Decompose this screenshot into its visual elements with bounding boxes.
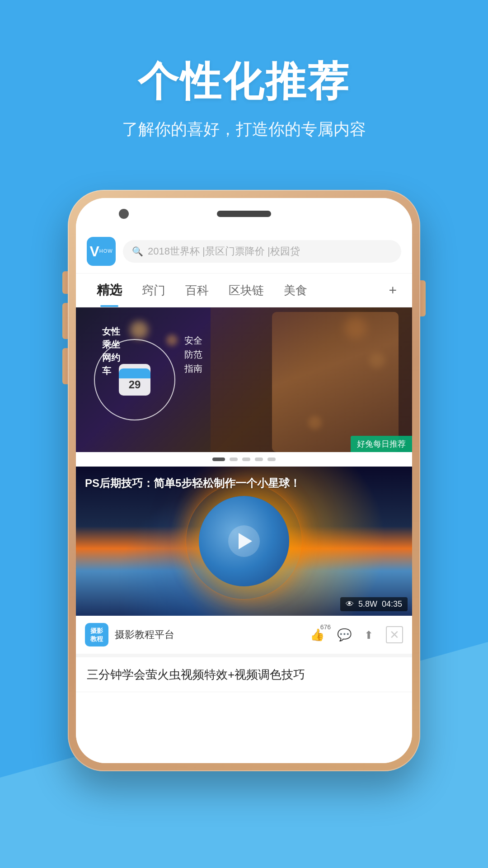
search-bar[interactable]: 🔍 2018世界杯 |景区门票降价 |校园贷	[123, 240, 401, 263]
calendar-day: 29	[129, 378, 141, 392]
dot-1[interactable]	[212, 458, 225, 461]
app-screen: V HOW 🔍 2018世界杯 |景区门票降价 |校园贷 精选 窍门	[76, 230, 412, 750]
banner-dots	[76, 452, 412, 467]
front-camera	[119, 209, 129, 219]
share-icon: ⬆	[364, 629, 373, 641]
play-icon	[239, 533, 252, 549]
view-count: 5.8W	[358, 599, 377, 609]
video-card[interactable]: PS后期技巧：简单5步轻松制作一个小星球！ 👁 5.8W 04:35 摄影 教程	[76, 467, 412, 657]
tab-baike[interactable]: 百科	[175, 274, 219, 307]
comment-button[interactable]: 💬	[337, 628, 352, 642]
tab-jingxuan[interactable]: 精选	[87, 274, 132, 307]
video-stats: 👁 5.8W 04:35	[340, 597, 408, 611]
phone-mockup: V HOW 🔍 2018世界杯 |景区门票降价 |校园贷 精选 窍门	[68, 190, 420, 771]
app-logo[interactable]: V HOW	[87, 237, 116, 266]
banner-side-1: 安全	[184, 335, 202, 347]
tab-meishi[interactable]: 美食	[274, 274, 317, 307]
card-footer: 摄影 教程 摄影教程平台 👍 676 💬	[76, 616, 412, 657]
like-button[interactable]: 👍 676	[310, 628, 324, 642]
dot-2[interactable]	[230, 458, 238, 461]
phone-notch	[76, 198, 412, 230]
nav-tabs: 精选 窍门 百科 区块链 美食 +	[76, 274, 412, 307]
bokeh-light-1	[130, 321, 148, 339]
banner-vertical-text: 女性 乘坐 网约 车	[102, 326, 120, 377]
woman-silhouette	[272, 312, 399, 452]
like-count: 676	[320, 623, 331, 631]
banner-side-2: 防范	[184, 349, 202, 361]
article-title: 三分钟学会萤火虫视频特效+视频调色技巧	[87, 666, 401, 683]
dot-4[interactable]	[255, 458, 263, 461]
action-icons: 👍 676 💬 ⬆ ✕	[310, 628, 403, 642]
volume-up-button	[62, 303, 68, 339]
volume-down-button	[62, 348, 68, 384]
dot-3[interactable]	[242, 458, 250, 461]
recommend-badge: 好兔每日推荐	[351, 436, 412, 452]
channel-avatar-text: 摄影 教程	[90, 627, 103, 643]
power-button	[420, 280, 426, 316]
banner-text-line-4: 车	[102, 365, 120, 377]
search-icon: 🔍	[132, 246, 143, 257]
banner-text-line-3: 网约	[102, 352, 120, 364]
dot-5[interactable]	[267, 458, 276, 461]
video-thumbnail[interactable]: PS后期技巧：简单5步轻松制作一个小星球！ 👁 5.8W 04:35	[76, 467, 412, 616]
play-button[interactable]	[228, 525, 260, 557]
phone-chin	[76, 750, 412, 763]
video-duration: 04:35	[382, 599, 402, 609]
calendar-icon: 29	[119, 364, 150, 396]
banner-text-line-2: 乘坐	[102, 339, 120, 351]
tab-qiaomen[interactable]: 窍门	[132, 274, 175, 307]
phone-speaker	[217, 211, 271, 217]
app-header: V HOW 🔍 2018世界杯 |景区门票降价 |校园贷	[76, 230, 412, 274]
eye-icon: 👁	[346, 599, 354, 609]
calendar-header	[119, 368, 150, 378]
logo-text: HOW	[99, 248, 113, 254]
article-item[interactable]: 三分钟学会萤火虫视频特效+视频调色技巧	[76, 657, 412, 692]
banner[interactable]: 29 女性 乘坐 网约 车 安全 防范	[76, 307, 412, 452]
channel-name[interactable]: 摄影教程平台	[115, 628, 304, 642]
page-title: 个性化推荐	[0, 54, 488, 109]
close-icon: ✕	[386, 626, 403, 643]
banner-side-3: 指南	[184, 363, 202, 375]
header-section: 个性化推荐 了解你的喜好，打造你的专属内容	[0, 54, 488, 141]
channel-avatar[interactable]: 摄影 教程	[85, 623, 108, 646]
search-placeholder: 2018世界杯 |景区门票降价 |校园贷	[148, 245, 300, 258]
dismiss-button[interactable]: ✕	[386, 628, 403, 642]
page-subtitle: 了解你的喜好，打造你的专属内容	[0, 118, 488, 141]
comment-icon: 💬	[337, 628, 352, 642]
add-tab-button[interactable]: +	[384, 278, 401, 302]
phone-outer-shell: V HOW 🔍 2018世界杯 |景区门票降价 |校园贷 精选 窍门	[68, 190, 420, 771]
video-title: PS后期技巧：简单5步轻松制作一个小星球！	[85, 476, 403, 491]
banner-side-text: 安全 防范 指南	[184, 335, 202, 375]
share-button[interactable]: ⬆	[364, 628, 373, 642]
banner-text-line-1: 女性	[102, 326, 120, 338]
mute-button	[62, 271, 68, 294]
logo-letter: V	[89, 244, 99, 259]
tab-qukuailian[interactable]: 区块链	[219, 274, 274, 307]
phone-screen: V HOW 🔍 2018世界杯 |景区门票降价 |校园贷 精选 窍门	[76, 198, 412, 763]
